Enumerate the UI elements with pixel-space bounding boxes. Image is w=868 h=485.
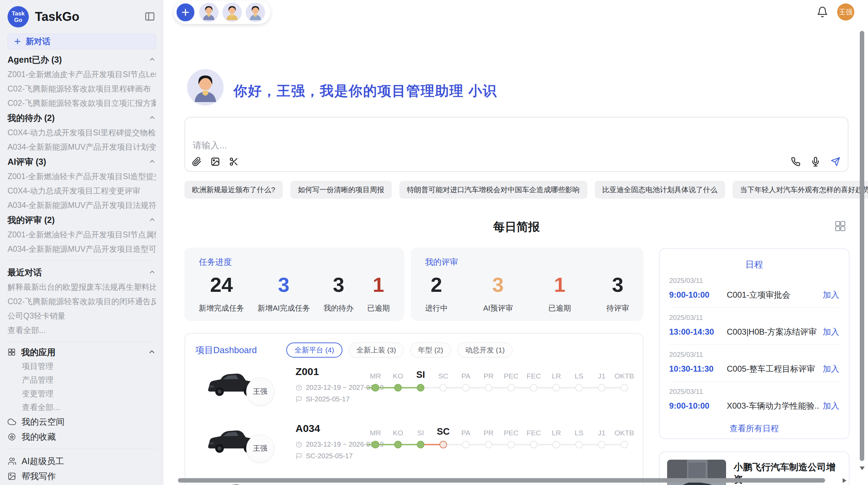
event-join-link[interactable]: 加入 — [823, 400, 839, 411]
sidebar-item[interactable]: 解释最新出台的欧盟报废车法规再生塑料比例被调至15%... — [8, 283, 156, 291]
chevron-up-icon — [148, 56, 156, 63]
sidebar-tool-people[interactable]: AI超级员工 — [8, 456, 156, 466]
event-join-link[interactable]: 加入 — [823, 289, 839, 300]
notifications-bell-icon[interactable] — [817, 6, 828, 18]
teammate-avatar[interactable] — [199, 3, 218, 22]
microphone-icon[interactable] — [811, 157, 820, 166]
dashboard-tab[interactable]: 全新平台 (4) — [286, 343, 342, 358]
event-row: 13:00-14:30C003|H0B-方案冻结评审加入 — [669, 326, 839, 337]
starc-icon — [8, 433, 16, 441]
project-code: Z001 — [296, 366, 319, 377]
sidebar-collapse-icon[interactable] — [144, 11, 155, 22]
sidebar-link-cloud[interactable]: 我的云空间 — [8, 416, 156, 427]
milestone-col: PEC — [500, 365, 522, 380]
project-owner-badge: 王强 — [246, 377, 274, 406]
milestone-track — [364, 439, 636, 451]
phone-icon[interactable] — [791, 157, 800, 166]
milestone-label: MR — [364, 422, 387, 437]
suggestion-chip[interactable]: 比亚迪全固态电池计划具体说了什么 — [595, 181, 725, 199]
suggestion-chip[interactable]: 欧洲新规最近颁布了什么? — [184, 181, 283, 199]
sidebar-app-item[interactable]: 变更管理 — [22, 389, 156, 398]
suggestion-chip[interactable]: 如何写一份清晰的项目周报 — [290, 181, 392, 199]
dashboard-tab[interactable]: 动总开发 (1) — [457, 343, 513, 358]
sidebar-app-item[interactable]: 查看全部... — [22, 403, 156, 412]
sidebar-link-label: 我的收藏 — [22, 431, 56, 443]
milestone-label: LR — [545, 422, 568, 437]
project-row[interactable]: 王强A0342023-12-19 ~ 2026-01-19SC-2025-05-… — [185, 420, 643, 471]
event-join-link[interactable]: 加入 — [823, 363, 839, 374]
sidebar-group-header[interactable]: 最近对话 — [8, 268, 156, 277]
sidebar-item[interactable]: 查看全部... — [8, 326, 156, 335]
sidebar-app-item[interactable]: 项目管理 — [22, 362, 156, 371]
sidebar-group-header[interactable]: 我的待办 (2) — [8, 113, 156, 123]
sidebar-item[interactable]: A034-全新新能源MUV产品开发项目法规符合性评审 — [8, 201, 156, 210]
milestone-col: OKTB — [613, 422, 636, 437]
milestone-label: KO — [387, 422, 409, 437]
dashboard-tab[interactable]: 年型 (2) — [410, 343, 451, 358]
event-join-link[interactable]: 加入 — [823, 326, 839, 337]
stat-label: 已逾期 — [548, 303, 571, 313]
stats-card-title: 任务进度 — [199, 257, 390, 268]
sidebar-my-apps-header[interactable]: 我的应用 — [8, 347, 156, 357]
teammate-avatar[interactable] — [222, 3, 242, 22]
sidebar-group: Agent已办 (3)Z001-全新燃油皮卡产品开发项目SI节点Lesson L… — [8, 55, 156, 108]
sidebar-group: 我的待办 (2)C0X4-动力总成开发项目SI里程碑提交物检查A034-全新新能… — [8, 113, 156, 151]
sidebar-item[interactable]: C0X4-动力总成开发项目工程变更评审 — [8, 186, 156, 195]
suggestion-chip[interactable]: 特朗普可能对进口汽车增税会对中国车企造成哪些影响 — [399, 181, 587, 199]
project-flag: SC-2025-05-17 — [296, 452, 353, 460]
sidebar-item[interactable]: C02-飞腾新能源轻客改款项目里程碑画布 — [8, 84, 156, 93]
milestone-dot — [485, 384, 492, 391]
sidebar-item[interactable]: Z001-全新燃油皮卡产品开发项目SI节点Lesson Learn报告 — [8, 70, 156, 79]
sidebar-group: AI评审 (3)Z001-全新燃油轻卡产品开发项目SI造型提交物评审C0X4-动… — [8, 157, 156, 210]
event-date: 2025/03/11 — [669, 351, 839, 359]
project-row[interactable]: 王强Z0012023-12-19 ~ 2027-01-19SI-2025-05-… — [185, 363, 643, 414]
message-composer[interactable]: 请输入... — [184, 117, 848, 172]
sidebar-item[interactable]: Z001-全新燃油轻卡产品开发项目SI造型提交物评审 — [8, 172, 156, 181]
sidebar-link-starc[interactable]: 我的收藏 — [8, 432, 156, 442]
horizontal-scrollbar[interactable] — [178, 478, 825, 483]
sidebar-app-item[interactable]: 产品管理 — [22, 375, 156, 384]
stat-item: 1已逾期 — [548, 273, 571, 313]
topbar-actions: 王强 — [817, 3, 854, 21]
image-icon[interactable] — [210, 157, 220, 166]
teammate-avatar[interactable] — [246, 3, 265, 22]
sidebar-group-header[interactable]: AI评审 (3) — [8, 157, 156, 166]
add-conversation-button[interactable] — [176, 3, 195, 22]
paperclip-icon[interactable] — [192, 157, 202, 166]
milestone-col: PR — [477, 365, 500, 380]
milestone-col: J1 — [590, 365, 613, 380]
event-name: C001-立项审批会 — [727, 289, 819, 300]
sidebar-group: 我的评审 (2)Z001-全新燃油轻卡产品开发项目SI节点属性5D文件评审A03… — [8, 215, 156, 253]
sidebar-item[interactable]: C0X4-动力总成开发项目SI里程碑提交物检查 — [8, 128, 156, 137]
sidebar-tool-image[interactable]: 帮我写作 — [8, 471, 156, 481]
vertical-scrollbar[interactable] — [860, 31, 864, 461]
sidebar-link-label: 我的云空间 — [22, 416, 64, 427]
composer-attachments — [192, 157, 239, 166]
sidebar-item[interactable]: C02-飞腾新能源轻客改款项目立项汇报方案 — [8, 99, 156, 108]
sidebar-item[interactable]: 公司Q3轻卡销量 — [8, 311, 156, 320]
send-icon[interactable] — [831, 157, 840, 166]
milestone-col: PA — [455, 422, 477, 437]
sidebar-item[interactable]: A034-全新新能源MUV产品开发项目造型可行性评审 — [8, 245, 156, 253]
apps-grid-icon — [8, 348, 16, 356]
sidebar-group-header[interactable]: Agent已办 (3) — [8, 55, 156, 64]
layout-grid-icon[interactable] — [834, 220, 846, 232]
milestone-dot — [507, 441, 515, 448]
sidebar-item[interactable]: A034-全新新能源MUV产品开发项目计划变更表编写 — [8, 142, 156, 151]
sidebar-item[interactable]: C02-飞腾新能源轻客改款项目的闭环通告反馈情况 — [8, 297, 156, 306]
suggestion-chip[interactable]: 当下年轻人对汽车外观有怎样的喜好趋势 — [733, 181, 868, 199]
chevron-up-icon — [148, 114, 156, 122]
dashboard-tab[interactable]: 全新上装 (3) — [349, 343, 404, 358]
sidebar-item[interactable]: Z001-全新燃油轻卡产品开发项目SI节点属性5D文件评审 — [8, 230, 156, 239]
scroll-right-arrow-icon[interactable] — [843, 478, 846, 483]
user-avatar[interactable]: 王强 — [837, 3, 854, 21]
scroll-down-arrow-icon[interactable] — [860, 467, 865, 470]
milestone-label: PA — [455, 422, 477, 437]
sidebar-group-header[interactable]: 我的评审 (2) — [8, 215, 156, 225]
milestone-label: SC — [432, 365, 455, 380]
milestone-dot — [598, 384, 605, 391]
milestone-col: SI — [409, 365, 432, 380]
scissors-icon[interactable] — [229, 157, 239, 166]
view-all-schedule-link[interactable]: 查看所有日程 — [669, 423, 839, 434]
new-chat-button[interactable]: 新对话 — [8, 34, 156, 49]
